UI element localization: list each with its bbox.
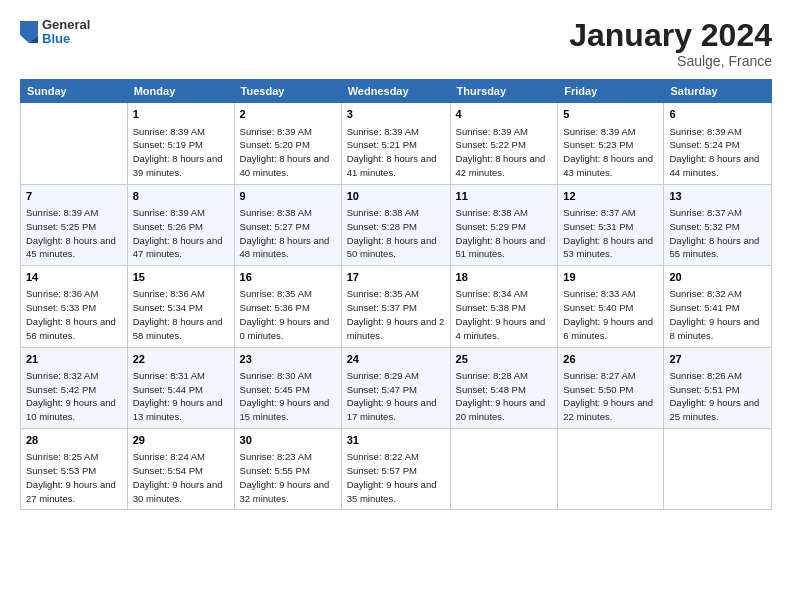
day-number: 4 (456, 107, 553, 122)
day-number: 30 (240, 433, 336, 448)
day-number: 1 (133, 107, 229, 122)
day-info: Sunrise: 8:39 AMSunset: 5:21 PMDaylight:… (347, 125, 445, 180)
calendar-cell: 15Sunrise: 8:36 AMSunset: 5:34 PMDayligh… (127, 266, 234, 347)
week-row-2: 14Sunrise: 8:36 AMSunset: 5:33 PMDayligh… (21, 266, 772, 347)
day-info: Sunrise: 8:39 AMSunset: 5:24 PMDaylight:… (669, 125, 766, 180)
day-number: 6 (669, 107, 766, 122)
calendar-cell (21, 103, 128, 184)
day-number: 19 (563, 270, 658, 285)
day-number: 17 (347, 270, 445, 285)
calendar-cell (664, 429, 772, 510)
day-info: Sunrise: 8:33 AMSunset: 5:40 PMDaylight:… (563, 287, 658, 342)
logo-text: General Blue (42, 18, 90, 47)
col-wednesday: Wednesday (341, 80, 450, 103)
calendar-cell: 31Sunrise: 8:22 AMSunset: 5:57 PMDayligh… (341, 429, 450, 510)
calendar-cell: 24Sunrise: 8:29 AMSunset: 5:47 PMDayligh… (341, 347, 450, 428)
calendar-cell: 23Sunrise: 8:30 AMSunset: 5:45 PMDayligh… (234, 347, 341, 428)
col-thursday: Thursday (450, 80, 558, 103)
page: General Blue January 2024 Saulge, France… (0, 0, 792, 612)
calendar-cell: 30Sunrise: 8:23 AMSunset: 5:55 PMDayligh… (234, 429, 341, 510)
calendar-cell: 21Sunrise: 8:32 AMSunset: 5:42 PMDayligh… (21, 347, 128, 428)
day-info: Sunrise: 8:32 AMSunset: 5:42 PMDaylight:… (26, 369, 122, 424)
col-monday: Monday (127, 80, 234, 103)
calendar-cell: 14Sunrise: 8:36 AMSunset: 5:33 PMDayligh… (21, 266, 128, 347)
calendar-cell: 8Sunrise: 8:39 AMSunset: 5:26 PMDaylight… (127, 184, 234, 265)
day-number: 9 (240, 189, 336, 204)
day-info: Sunrise: 8:35 AMSunset: 5:36 PMDaylight:… (240, 287, 336, 342)
calendar-cell: 6Sunrise: 8:39 AMSunset: 5:24 PMDaylight… (664, 103, 772, 184)
day-number: 31 (347, 433, 445, 448)
calendar-cell (450, 429, 558, 510)
col-tuesday: Tuesday (234, 80, 341, 103)
day-number: 7 (26, 189, 122, 204)
day-number: 3 (347, 107, 445, 122)
day-info: Sunrise: 8:39 AMSunset: 5:25 PMDaylight:… (26, 206, 122, 261)
day-info: Sunrise: 8:31 AMSunset: 5:44 PMDaylight:… (133, 369, 229, 424)
day-number: 13 (669, 189, 766, 204)
day-info: Sunrise: 8:26 AMSunset: 5:51 PMDaylight:… (669, 369, 766, 424)
day-info: Sunrise: 8:32 AMSunset: 5:41 PMDaylight:… (669, 287, 766, 342)
calendar-cell: 20Sunrise: 8:32 AMSunset: 5:41 PMDayligh… (664, 266, 772, 347)
day-info: Sunrise: 8:35 AMSunset: 5:37 PMDaylight:… (347, 287, 445, 342)
day-info: Sunrise: 8:23 AMSunset: 5:55 PMDaylight:… (240, 450, 336, 505)
day-number: 2 (240, 107, 336, 122)
calendar-cell: 17Sunrise: 8:35 AMSunset: 5:37 PMDayligh… (341, 266, 450, 347)
week-row-0: 1Sunrise: 8:39 AMSunset: 5:19 PMDaylight… (21, 103, 772, 184)
header-row: Sunday Monday Tuesday Wednesday Thursday… (21, 80, 772, 103)
day-number: 16 (240, 270, 336, 285)
logo-general: General (42, 18, 90, 32)
day-number: 10 (347, 189, 445, 204)
day-info: Sunrise: 8:30 AMSunset: 5:45 PMDaylight:… (240, 369, 336, 424)
logo-icon (20, 21, 38, 43)
day-number: 8 (133, 189, 229, 204)
calendar-cell: 27Sunrise: 8:26 AMSunset: 5:51 PMDayligh… (664, 347, 772, 428)
location: Saulge, France (569, 53, 772, 69)
calendar-cell: 28Sunrise: 8:25 AMSunset: 5:53 PMDayligh… (21, 429, 128, 510)
calendar-cell: 5Sunrise: 8:39 AMSunset: 5:23 PMDaylight… (558, 103, 664, 184)
calendar-cell: 11Sunrise: 8:38 AMSunset: 5:29 PMDayligh… (450, 184, 558, 265)
day-info: Sunrise: 8:38 AMSunset: 5:27 PMDaylight:… (240, 206, 336, 261)
calendar-cell: 16Sunrise: 8:35 AMSunset: 5:36 PMDayligh… (234, 266, 341, 347)
day-info: Sunrise: 8:39 AMSunset: 5:26 PMDaylight:… (133, 206, 229, 261)
calendar-cell: 19Sunrise: 8:33 AMSunset: 5:40 PMDayligh… (558, 266, 664, 347)
day-info: Sunrise: 8:29 AMSunset: 5:47 PMDaylight:… (347, 369, 445, 424)
week-row-4: 28Sunrise: 8:25 AMSunset: 5:53 PMDayligh… (21, 429, 772, 510)
day-number: 28 (26, 433, 122, 448)
month-title: January 2024 (569, 18, 772, 53)
day-info: Sunrise: 8:36 AMSunset: 5:34 PMDaylight:… (133, 287, 229, 342)
title-block: January 2024 Saulge, France (569, 18, 772, 69)
calendar-cell: 1Sunrise: 8:39 AMSunset: 5:19 PMDaylight… (127, 103, 234, 184)
day-info: Sunrise: 8:39 AMSunset: 5:20 PMDaylight:… (240, 125, 336, 180)
day-number: 25 (456, 352, 553, 367)
col-sunday: Sunday (21, 80, 128, 103)
calendar-cell: 29Sunrise: 8:24 AMSunset: 5:54 PMDayligh… (127, 429, 234, 510)
logo: General Blue (20, 18, 90, 47)
calendar-cell: 4Sunrise: 8:39 AMSunset: 5:22 PMDaylight… (450, 103, 558, 184)
day-number: 29 (133, 433, 229, 448)
day-number: 22 (133, 352, 229, 367)
day-info: Sunrise: 8:36 AMSunset: 5:33 PMDaylight:… (26, 287, 122, 342)
day-number: 27 (669, 352, 766, 367)
day-number: 20 (669, 270, 766, 285)
day-number: 18 (456, 270, 553, 285)
calendar-cell: 22Sunrise: 8:31 AMSunset: 5:44 PMDayligh… (127, 347, 234, 428)
logo-blue: Blue (42, 32, 90, 46)
day-info: Sunrise: 8:38 AMSunset: 5:28 PMDaylight:… (347, 206, 445, 261)
day-info: Sunrise: 8:25 AMSunset: 5:53 PMDaylight:… (26, 450, 122, 505)
day-number: 14 (26, 270, 122, 285)
day-info: Sunrise: 8:39 AMSunset: 5:23 PMDaylight:… (563, 125, 658, 180)
day-number: 11 (456, 189, 553, 204)
day-info: Sunrise: 8:37 AMSunset: 5:31 PMDaylight:… (563, 206, 658, 261)
col-friday: Friday (558, 80, 664, 103)
calendar-cell: 12Sunrise: 8:37 AMSunset: 5:31 PMDayligh… (558, 184, 664, 265)
day-number: 12 (563, 189, 658, 204)
day-info: Sunrise: 8:34 AMSunset: 5:38 PMDaylight:… (456, 287, 553, 342)
header: General Blue January 2024 Saulge, France (20, 18, 772, 69)
calendar-table: Sunday Monday Tuesday Wednesday Thursday… (20, 79, 772, 510)
calendar-cell: 26Sunrise: 8:27 AMSunset: 5:50 PMDayligh… (558, 347, 664, 428)
calendar-cell: 2Sunrise: 8:39 AMSunset: 5:20 PMDaylight… (234, 103, 341, 184)
day-info: Sunrise: 8:27 AMSunset: 5:50 PMDaylight:… (563, 369, 658, 424)
calendar-cell: 9Sunrise: 8:38 AMSunset: 5:27 PMDaylight… (234, 184, 341, 265)
day-info: Sunrise: 8:28 AMSunset: 5:48 PMDaylight:… (456, 369, 553, 424)
day-number: 21 (26, 352, 122, 367)
